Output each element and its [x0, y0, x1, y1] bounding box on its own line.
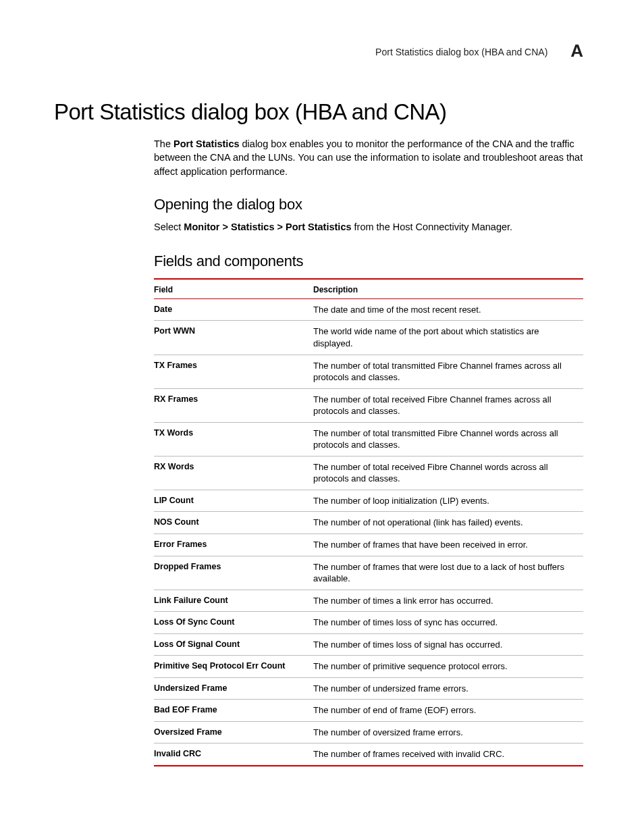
field-name: Dropped Frames — [154, 556, 313, 590]
select-suffix: from the Host Connectivity Manager. — [352, 221, 513, 232]
intro-prefix: The — [154, 138, 173, 149]
table-row: Loss Of Sync CountThe number of times lo… — [154, 612, 583, 634]
field-description: The number of frames that have been rece… — [313, 534, 583, 556]
field-description: The number of frames received with inval… — [313, 744, 583, 766]
field-description: The date and time of the most recent res… — [313, 298, 583, 321]
field-description: The number of total transmitted Fibre Ch… — [313, 355, 583, 388]
field-name: Bad EOF Frame — [154, 700, 313, 722]
field-description: The number of loop initialization (LIP) … — [313, 490, 583, 512]
breadcrumb: Monitor > Statistics > Port Statistics — [184, 221, 351, 232]
field-description: The number of undersized frame errors. — [313, 677, 583, 700]
field-description: The number of total received Fibre Chann… — [313, 456, 583, 490]
field-name: RX Words — [154, 456, 313, 490]
intro-paragraph: The Port Statistics dialog box enables y… — [154, 137, 583, 178]
table-row: LIP CountThe number of loop initializati… — [154, 490, 583, 512]
table-row: Port WWNThe world wide name of the port … — [154, 321, 583, 355]
col-description: Description — [313, 279, 583, 299]
field-description: The number of oversized frame errors. — [313, 721, 583, 744]
appendix-letter: A — [570, 41, 583, 61]
table-row: Link Failure CountThe number of times a … — [154, 590, 583, 612]
table-row: RX FramesThe number of total received Fi… — [154, 388, 583, 422]
table-row: Loss Of Signal CountThe number of times … — [154, 633, 583, 656]
opening-instruction: Select Monitor > Statistics > Port Stati… — [154, 221, 583, 232]
field-description: The number of times a link error has occ… — [313, 590, 583, 612]
field-description: The number of total transmitted Fibre Ch… — [313, 422, 583, 456]
field-name: Loss Of Sync Count — [154, 612, 313, 634]
table-row: Dropped FramesThe number of frames that … — [154, 556, 583, 590]
field-name: Oversized Frame — [154, 721, 313, 744]
table-row: TX FramesThe number of total transmitted… — [154, 355, 583, 388]
table-header-row: Field Description — [154, 279, 583, 299]
page: Port Statistics dialog box (HBA and CNA)… — [0, 0, 644, 834]
field-description: The world wide name of the port about wh… — [313, 321, 583, 355]
running-title: Port Statistics dialog box (HBA and CNA) — [375, 47, 547, 57]
field-name: LIP Count — [154, 490, 313, 512]
col-field: Field — [154, 279, 313, 299]
field-description: The number of frames that were lost due … — [313, 556, 583, 590]
field-name: Port WWN — [154, 321, 313, 355]
field-name: Primitive Seq Protocol Err Count — [154, 656, 313, 678]
table-row: Primitive Seq Protocol Err CountThe numb… — [154, 656, 583, 678]
body-content: The Port Statistics dialog box enables y… — [154, 137, 583, 766]
field-name: Loss Of Signal Count — [154, 633, 313, 656]
page-title: Port Statistics dialog box (HBA and CNA) — [54, 99, 583, 125]
table-row: Invalid CRCThe number of frames received… — [154, 744, 583, 766]
running-header: Port Statistics dialog box (HBA and CNA)… — [54, 41, 583, 61]
field-description: The number of not operational (link has … — [313, 512, 583, 534]
table-row: RX WordsThe number of total received Fib… — [154, 456, 583, 490]
table-row: NOS CountThe number of not operational (… — [154, 512, 583, 534]
table-row: TX WordsThe number of total transmitted … — [154, 422, 583, 456]
field-description: The number of times loss of sync has occ… — [313, 612, 583, 634]
table-row: Undersized FrameThe number of undersized… — [154, 677, 583, 700]
field-name: NOS Count — [154, 512, 313, 534]
field-description: The number of times loss of signal has o… — [313, 633, 583, 656]
field-description: The number of primitive sequence protoco… — [313, 656, 583, 678]
fields-heading: Fields and components — [154, 253, 583, 270]
field-name: Undersized Frame — [154, 677, 313, 700]
table-row: Bad EOF FrameThe number of end of frame … — [154, 700, 583, 722]
fields-table: Field Description DateThe date and time … — [154, 278, 583, 766]
opening-heading: Opening the dialog box — [154, 196, 583, 213]
table-row: DateThe date and time of the most recent… — [154, 298, 583, 321]
field-name: RX Frames — [154, 388, 313, 422]
select-label: Select — [154, 221, 184, 232]
table-row: Error FramesThe number of frames that ha… — [154, 534, 583, 556]
field-name: TX Frames — [154, 355, 313, 388]
field-name: Error Frames — [154, 534, 313, 556]
intro-bold: Port Statistics — [173, 138, 240, 149]
field-name: Link Failure Count — [154, 590, 313, 612]
field-name: Date — [154, 298, 313, 321]
field-description: The number of end of frame (EOF) errors. — [313, 700, 583, 722]
table-row: Oversized FrameThe number of oversized f… — [154, 721, 583, 744]
field-description: The number of total received Fibre Chann… — [313, 388, 583, 422]
field-name: TX Words — [154, 422, 313, 456]
field-name: Invalid CRC — [154, 744, 313, 766]
